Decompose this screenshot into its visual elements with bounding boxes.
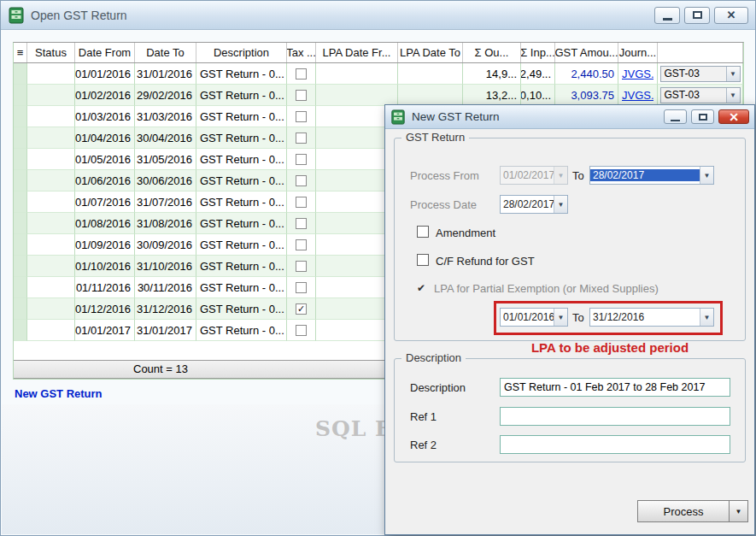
description-cell: GST Return - 0...: [196, 277, 287, 298]
grid-header-row: ≡StatusDate FromDate ToDescriptionTax ..…: [14, 43, 743, 63]
process-to-combo[interactable]: 28/02/2017 ▼: [589, 166, 714, 185]
row-selector-cell: [14, 320, 27, 341]
journal-link[interactable]: JVGS...: [622, 89, 653, 102]
row-selector-cell: [14, 191, 27, 213]
dialog-minimize-button[interactable]: [664, 109, 687, 124]
date-from-cell: 01/07/2016: [75, 191, 135, 213]
tax-checkbox[interactable]: [296, 90, 307, 101]
lpa-annotation-text: LPA to be adjusted period: [492, 340, 728, 355]
tax-checkbox-cell: [287, 320, 316, 341]
journal-link[interactable]: JVGS...: [622, 68, 653, 80]
col-header-lpa-date-to[interactable]: LPA Date To: [398, 43, 463, 62]
chevron-down-icon[interactable]: ▼: [554, 309, 567, 326]
minimize-icon: [663, 18, 672, 21]
chevron-down-icon[interactable]: ▼: [700, 167, 713, 184]
tax-checkbox[interactable]: [296, 239, 307, 250]
sum-input-cell: 12,49...: [521, 63, 555, 85]
chevron-down-icon[interactable]: ▼: [700, 309, 713, 326]
col-header-lpa-date-from[interactable]: LPA Date Fr...: [316, 43, 398, 62]
main-titlebar[interactable]: Open GST Return ✕: [1, 1, 755, 30]
col-header-sum-input[interactable]: Σ Inp...: [521, 43, 555, 62]
amendment-checkbox[interactable]: [417, 226, 429, 238]
tax-checkbox-cell: ✓: [287, 298, 316, 320]
dialog-maximize-button[interactable]: [691, 109, 714, 124]
date-from-cell: 01/01/2016: [75, 63, 135, 85]
ref1-field[interactable]: [500, 407, 730, 426]
ref2-field[interactable]: [500, 435, 730, 454]
dialog-body: GST Return Process From 01/02/2017 ▼ To …: [385, 129, 754, 534]
process-from-value: 01/02/2017: [501, 169, 554, 181]
chevron-down-icon[interactable]: ▼: [726, 67, 740, 81]
row-selector-cell: [14, 277, 27, 298]
tax-checkbox[interactable]: [296, 282, 307, 293]
lpa-check-icon[interactable]: ✔: [417, 282, 425, 294]
doc-combo-cell: GST-03▼: [658, 85, 743, 106]
process-from-label: Process From: [410, 169, 479, 182]
tax-checkbox[interactable]: [296, 133, 307, 144]
close-button[interactable]: ✕: [714, 7, 748, 24]
date-to-cell: 30/11/2016: [135, 277, 196, 298]
tax-checkbox-cell: [287, 234, 316, 256]
close-icon: ✕: [729, 111, 739, 123]
chevron-down-icon[interactable]: ▼: [726, 88, 740, 103]
tax-checkbox[interactable]: [296, 154, 307, 165]
tax-checkbox[interactable]: ✓: [296, 303, 307, 315]
doc-type-combo[interactable]: GST-03▼: [660, 87, 741, 103]
description-field[interactable]: [500, 378, 730, 397]
col-header-doc[interactable]: [658, 43, 743, 62]
col-header-status[interactable]: Status: [27, 43, 75, 62]
col-header-date-to[interactable]: Date To: [135, 43, 196, 62]
row-selector-cell: [14, 170, 27, 191]
status-cell: [27, 127, 75, 149]
date-to-cell: 31/12/2016: [135, 298, 196, 320]
minimize-button[interactable]: [654, 7, 680, 24]
col-header-description[interactable]: Description: [196, 43, 287, 62]
lpa-to-combo[interactable]: 31/12/2016 ▼: [589, 308, 714, 327]
tax-checkbox-cell: [287, 149, 316, 170]
row-selector-cell: [14, 63, 27, 85]
tax-checkbox[interactable]: [296, 111, 307, 122]
date-to-cell: 30/09/2016: [135, 234, 196, 256]
table-row[interactable]: 01/01/201631/01/2016GST Return - 0...14,…: [14, 63, 743, 85]
new-gst-return-link[interactable]: New GST Return: [15, 387, 103, 400]
col-header-tax[interactable]: Tax ...: [287, 43, 316, 62]
process-dropdown-arrow[interactable]: ▼: [730, 500, 748, 522]
process-button[interactable]: Process: [637, 500, 730, 522]
tax-checkbox[interactable]: [296, 325, 307, 336]
journal-cell: JVGS...: [618, 63, 658, 85]
tax-checkbox[interactable]: [296, 68, 307, 80]
description-cell: GST Return - 0...: [196, 298, 287, 320]
status-cell: [27, 320, 75, 341]
process-from-combo[interactable]: 01/02/2017 ▼: [500, 166, 568, 185]
lpa-from-combo[interactable]: 01/01/2016 ▼: [500, 308, 568, 327]
row-selector-cell: [14, 127, 27, 149]
tax-checkbox[interactable]: [296, 261, 307, 272]
process-to-label: To: [572, 169, 584, 182]
tax-checkbox[interactable]: [296, 197, 307, 208]
tax-checkbox[interactable]: [296, 175, 307, 186]
chevron-down-icon[interactable]: ▼: [554, 167, 567, 184]
dialog-close-button[interactable]: ✕: [718, 109, 749, 124]
col-header-gst-amount[interactable]: GST Amou...: [555, 43, 618, 62]
cf-refund-checkbox[interactable]: [417, 254, 429, 266]
date-from-cell: 01/02/2016: [75, 85, 135, 106]
date-to-cell: 29/02/2016: [135, 85, 196, 106]
ref2-label: Ref 2: [410, 439, 437, 451]
col-header-journal[interactable]: Journ...: [618, 43, 658, 62]
description-cell: GST Return - 0...: [196, 149, 287, 170]
process-date-combo[interactable]: 28/02/2017 ▼: [500, 195, 568, 214]
description-cell: GST Return - 0...: [196, 106, 287, 127]
status-cell: [27, 213, 75, 234]
dialog-titlebar[interactable]: New GST Return ✕: [385, 105, 754, 129]
doc-type-combo[interactable]: GST-03▼: [660, 66, 741, 82]
tax-checkbox[interactable]: [296, 218, 307, 229]
col-header-date-from[interactable]: Date From: [75, 43, 135, 62]
date-to-cell: 31/03/2016: [135, 106, 196, 127]
table-row[interactable]: 01/02/201629/02/2016GST Return - 0...13,…: [14, 85, 743, 106]
maximize-button[interactable]: [684, 7, 710, 24]
doc-type-value: GST-03: [661, 68, 726, 80]
col-header-selector[interactable]: ≡: [14, 43, 27, 62]
sum-output-cell: 14,9...: [463, 63, 521, 85]
col-header-sum-output[interactable]: Σ Ou...: [463, 43, 521, 62]
chevron-down-icon[interactable]: ▼: [554, 196, 567, 213]
